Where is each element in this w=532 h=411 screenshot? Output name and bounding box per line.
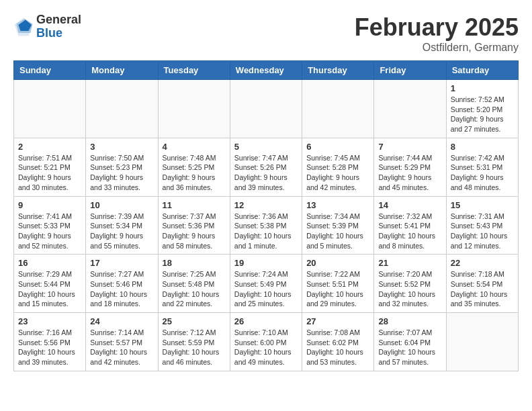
day-number: 6: [306, 142, 369, 152]
day-number: 13: [306, 200, 369, 210]
calendar-cell: 3Sunrise: 7:50 AM Sunset: 5:23 PM Daylig…: [86, 138, 158, 196]
day-info: Sunrise: 7:34 AM Sunset: 5:39 PM Dayligh…: [306, 212, 369, 251]
day-number: 20: [306, 258, 369, 268]
day-info: Sunrise: 7:39 AM Sunset: 5:34 PM Dayligh…: [90, 212, 153, 251]
calendar-week-row: 9Sunrise: 7:41 AM Sunset: 5:33 PM Daylig…: [14, 196, 519, 255]
calendar-cell: 10Sunrise: 7:39 AM Sunset: 5:34 PM Dayli…: [86, 196, 158, 255]
day-number: 18: [163, 258, 226, 268]
calendar-cell: 27Sunrise: 7:08 AM Sunset: 6:02 PM Dayli…: [302, 313, 374, 371]
calendar-cell: 16Sunrise: 7:29 AM Sunset: 5:44 PM Dayli…: [14, 255, 86, 313]
day-number: 4: [163, 142, 226, 152]
calendar-cell: 20Sunrise: 7:22 AM Sunset: 5:51 PM Dayli…: [302, 255, 374, 313]
calendar-cell: 5Sunrise: 7:47 AM Sunset: 5:26 PM Daylig…: [230, 138, 302, 196]
day-number: 25: [163, 316, 226, 326]
day-info: Sunrise: 7:12 AM Sunset: 5:59 PM Dayligh…: [163, 328, 226, 367]
weekday-header: Tuesday: [158, 61, 230, 80]
day-info: Sunrise: 7:14 AM Sunset: 5:57 PM Dayligh…: [90, 328, 153, 367]
day-info: Sunrise: 7:42 AM Sunset: 5:31 PM Dayligh…: [451, 153, 514, 193]
day-number: 28: [378, 316, 441, 326]
day-info: Sunrise: 7:45 AM Sunset: 5:28 PM Dayligh…: [306, 153, 369, 193]
day-info: Sunrise: 7:48 AM Sunset: 5:25 PM Dayligh…: [163, 153, 226, 193]
calendar-cell: 22Sunrise: 7:18 AM Sunset: 5:54 PM Dayli…: [446, 255, 518, 313]
day-number: 27: [306, 316, 369, 326]
day-info: Sunrise: 7:37 AM Sunset: 5:36 PM Dayligh…: [163, 212, 226, 251]
day-info: Sunrise: 7:18 AM Sunset: 5:54 PM Dayligh…: [451, 269, 514, 309]
calendar-cell: 6Sunrise: 7:45 AM Sunset: 5:28 PM Daylig…: [302, 138, 374, 196]
calendar-cell: 13Sunrise: 7:34 AM Sunset: 5:39 PM Dayli…: [302, 196, 374, 255]
calendar-cell: 9Sunrise: 7:41 AM Sunset: 5:33 PM Daylig…: [14, 196, 86, 255]
month-title: February 2025: [355, 13, 519, 42]
day-number: 9: [18, 200, 81, 210]
day-number: 16: [18, 258, 81, 268]
weekday-header: Monday: [86, 61, 158, 80]
day-info: Sunrise: 7:50 AM Sunset: 5:23 PM Dayligh…: [90, 153, 153, 193]
calendar-cell: 15Sunrise: 7:31 AM Sunset: 5:43 PM Dayli…: [446, 196, 518, 255]
calendar-week-row: 23Sunrise: 7:16 AM Sunset: 5:56 PM Dayli…: [14, 313, 519, 371]
calendar-cell: 4Sunrise: 7:48 AM Sunset: 5:25 PM Daylig…: [158, 138, 230, 196]
calendar-week-row: 16Sunrise: 7:29 AM Sunset: 5:44 PM Dayli…: [14, 255, 519, 313]
day-info: Sunrise: 7:51 AM Sunset: 5:21 PM Dayligh…: [18, 153, 81, 193]
day-info: Sunrise: 7:08 AM Sunset: 6:02 PM Dayligh…: [306, 328, 369, 367]
day-info: Sunrise: 7:16 AM Sunset: 5:56 PM Dayligh…: [18, 328, 81, 367]
day-number: 10: [90, 200, 153, 210]
day-number: 15: [451, 200, 514, 210]
day-number: 5: [234, 142, 298, 152]
weekday-header: Thursday: [302, 61, 374, 80]
logo-icon: [13, 17, 34, 37]
calendar-cell: [374, 80, 446, 138]
day-info: Sunrise: 7:47 AM Sunset: 5:26 PM Dayligh…: [234, 153, 298, 193]
day-number: 21: [378, 258, 441, 268]
day-number: 14: [378, 200, 441, 210]
calendar-cell: 2Sunrise: 7:51 AM Sunset: 5:21 PM Daylig…: [14, 138, 86, 196]
day-info: Sunrise: 7:29 AM Sunset: 5:44 PM Dayligh…: [18, 269, 81, 309]
day-number: 23: [18, 316, 81, 326]
calendar-cell: 18Sunrise: 7:25 AM Sunset: 5:48 PM Dayli…: [158, 255, 230, 313]
location: Ostfildern, Germany: [355, 42, 519, 54]
weekday-header: Friday: [374, 61, 446, 80]
calendar-cell: 19Sunrise: 7:24 AM Sunset: 5:49 PM Dayli…: [230, 255, 302, 313]
calendar-table: SundayMondayTuesdayWednesdayThursdayFrid…: [13, 60, 519, 371]
day-number: 1: [451, 83, 514, 93]
logo: General Blue: [13, 13, 81, 40]
logo-text: General Blue: [36, 13, 81, 40]
calendar-week-row: 1Sunrise: 7:52 AM Sunset: 5:20 PM Daylig…: [14, 80, 519, 138]
calendar-cell: [302, 80, 374, 138]
calendar-cell: 23Sunrise: 7:16 AM Sunset: 5:56 PM Dayli…: [14, 313, 86, 371]
calendar-cell: [86, 80, 158, 138]
day-info: Sunrise: 7:20 AM Sunset: 5:52 PM Dayligh…: [378, 269, 441, 309]
calendar-cell: 26Sunrise: 7:10 AM Sunset: 6:00 PM Dayli…: [230, 313, 302, 371]
day-number: 17: [90, 258, 153, 268]
weekday-header: Saturday: [446, 61, 518, 80]
day-number: 7: [378, 142, 441, 152]
day-info: Sunrise: 7:25 AM Sunset: 5:48 PM Dayligh…: [163, 269, 226, 309]
logo-general-text: General: [36, 13, 81, 27]
calendar-cell: 17Sunrise: 7:27 AM Sunset: 5:46 PM Dayli…: [86, 255, 158, 313]
day-number: 19: [234, 258, 298, 268]
calendar-cell: 28Sunrise: 7:07 AM Sunset: 6:04 PM Dayli…: [374, 313, 446, 371]
calendar-cell: [230, 80, 302, 138]
calendar-cell: 1Sunrise: 7:52 AM Sunset: 5:20 PM Daylig…: [446, 80, 518, 138]
calendar-cell: 11Sunrise: 7:37 AM Sunset: 5:36 PM Dayli…: [158, 196, 230, 255]
calendar-cell: 8Sunrise: 7:42 AM Sunset: 5:31 PM Daylig…: [446, 138, 518, 196]
day-info: Sunrise: 7:24 AM Sunset: 5:49 PM Dayligh…: [234, 269, 298, 309]
day-info: Sunrise: 7:32 AM Sunset: 5:41 PM Dayligh…: [378, 212, 441, 251]
calendar-header-row: SundayMondayTuesdayWednesdayThursdayFrid…: [14, 61, 519, 80]
title-block: February 2025 Ostfildern, Germany: [355, 13, 519, 54]
day-info: Sunrise: 7:22 AM Sunset: 5:51 PM Dayligh…: [306, 269, 369, 309]
calendar-cell: 12Sunrise: 7:36 AM Sunset: 5:38 PM Dayli…: [230, 196, 302, 255]
calendar-cell: 25Sunrise: 7:12 AM Sunset: 5:59 PM Dayli…: [158, 313, 230, 371]
day-info: Sunrise: 7:31 AM Sunset: 5:43 PM Dayligh…: [451, 212, 514, 251]
logo-blue-text: Blue: [36, 27, 81, 40]
day-info: Sunrise: 7:52 AM Sunset: 5:20 PM Dayligh…: [451, 95, 514, 134]
weekday-header: Sunday: [14, 61, 86, 80]
calendar-cell: 14Sunrise: 7:32 AM Sunset: 5:41 PM Dayli…: [374, 196, 446, 255]
calendar-cell: [158, 80, 230, 138]
calendar-cell: [14, 80, 86, 138]
weekday-header: Wednesday: [230, 61, 302, 80]
day-number: 22: [451, 258, 514, 268]
calendar-cell: 7Sunrise: 7:44 AM Sunset: 5:29 PM Daylig…: [374, 138, 446, 196]
calendar-cell: 24Sunrise: 7:14 AM Sunset: 5:57 PM Dayli…: [86, 313, 158, 371]
calendar-week-row: 2Sunrise: 7:51 AM Sunset: 5:21 PM Daylig…: [14, 138, 519, 196]
day-number: 24: [90, 316, 153, 326]
day-number: 3: [90, 142, 153, 152]
